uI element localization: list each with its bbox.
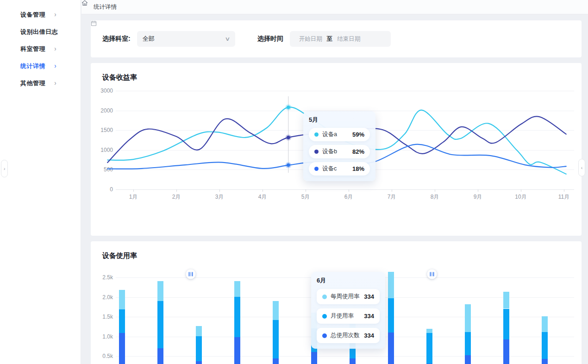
revenue-line-chart: 300020001500100050001月2月3月4月5月6月7月8月9月10… [91,63,582,236]
handle-grip-icon [192,272,193,276]
bar-segment-月使用率 [388,298,394,333]
panel-collapse-button[interactable]: ‹ [578,159,585,176]
bar-segment-月使用率 [157,301,163,348]
bar-segment-总使用次数 [234,337,240,364]
bar-segment-总使用次数 [119,333,125,364]
tooltip-row: 每周使用率334 [317,289,380,304]
dept-select[interactable]: 全部 ∨ [137,31,235,47]
chevron-right-icon: › [54,11,56,19]
handle-grip-icon [189,272,190,276]
chevron-left-icon: ‹ [581,165,583,170]
bar-segment-月使用率 [196,336,202,361]
tooltip-row: 总使用次数334 [317,328,380,343]
bar-segment-总使用次数 [311,352,317,364]
bar-segment-每周使用率 [503,292,509,309]
tooltip-row-value: 18% [352,165,364,172]
tooltip-row-label: 设备a [322,131,352,138]
date-range-separator: 至 [327,35,333,43]
bar-segment-总使用次数 [503,339,509,364]
tooltip-row-value: 59% [352,131,364,138]
main-content: 统计详情 选择科室: 全部 ∨ 选择时间 开始日期 至 结束日期 设备收益率 3… [81,0,588,364]
sidebar-item-label: 设备管理 [20,11,45,19]
handle-grip-icon [432,272,432,276]
date-range-picker[interactable]: 开始日期 至 结束日期 [290,31,391,47]
bar-segment-月使用率 [426,333,432,364]
tooltip-row: 设备c18% [309,162,370,176]
bar-segment-月使用率 [234,297,240,337]
usage-bar-chart: 2.5k2.0k1.5k1.0k0.5k6月每周使用率334月使用率334总使用… [91,241,582,364]
bar-segment-总使用次数 [542,359,548,364]
series-dot-icon [322,295,327,299]
tooltip-row-value: 334 [364,313,374,320]
sidebar-item-label: 统计详情 [20,62,45,70]
tooltip-row: 设备b82% [309,145,370,158]
time-filter-label: 选择时间 [257,35,283,43]
tooltip-row-label: 月使用率 [331,312,364,320]
handle-grip-icon [430,272,431,276]
y-axis-label: 1.5k [94,314,113,320]
breadcrumb-title: 统计详情 [94,3,117,11]
bar-segment-总使用次数 [465,355,471,364]
bar-segment-每周使用率 [157,281,163,301]
bar-segment-总使用次数 [196,361,202,364]
series-dot-icon [322,314,327,319]
bar-segment-每周使用率 [196,326,202,336]
bar-segment-总使用次数 [273,358,279,364]
bar-segment-月使用率 [542,332,548,359]
sidebar-item-5[interactable]: 其他管理› [0,75,81,92]
tooltip-title: 6月 [317,276,380,285]
bar-segment-月使用率 [119,309,125,333]
bar-segment-月使用率 [503,309,509,339]
revenue-tooltip: 5月设备a59%设备b82%设备c18% [303,111,375,181]
tooltip-row-label: 设备b [322,148,352,156]
calendar-icon [91,20,97,26]
chevron-right-icon: › [54,45,56,53]
bar-segment-每周使用率 [234,281,240,297]
y-axis-label: 1.0k [94,333,113,340]
sidebar-item-label: 其他管理 [20,79,45,88]
tooltip-row-value: 334 [364,332,374,339]
revenue-rate-chart-card: 设备收益率 300020001500100050001月2月3月4月5月6月7月… [91,63,582,236]
bar-segment-每周使用率 [426,329,432,333]
sidebar-item-3[interactable]: 科室管理› [0,40,81,57]
tooltip-row-value: 334 [364,293,374,300]
bar-segment-每周使用率 [388,272,394,298]
sidebar: 设备管理›设别出借日志›科室管理›统计详情›其他管理› [0,0,81,364]
series-dot-icon [314,167,319,171]
bar-segment-总使用次数 [157,348,163,364]
chevron-down-icon: ∨ [225,36,230,42]
bar-segment-每周使用率 [542,316,548,332]
bar-segment-每周使用率 [119,290,125,310]
tooltip-title: 5月 [309,116,370,124]
start-date-input[interactable]: 开始日期 [299,35,322,43]
chevron-right-icon: › [54,28,56,36]
bar-segment-月使用率 [273,320,279,358]
end-date-input[interactable]: 结束日期 [337,35,360,43]
sidebar-item-1[interactable]: 设备管理› [0,6,81,23]
datazoom-handle-right[interactable] [427,270,437,279]
tooltip-row-label: 设备c [322,165,352,173]
sidebar-item-4[interactable]: 统计详情› [0,57,81,75]
series-dot-icon [322,333,327,338]
tooltip-row: 设备a59% [309,128,370,141]
breadcrumb[interactable]: 统计详情 [81,0,588,14]
tooltip-row-value: 82% [352,148,364,155]
dept-select-value: 全部 [143,35,225,43]
usage-tooltip: 6月每周使用率334月使用率334总使用次数334 [311,272,385,349]
tooltip-row-label: 总使用次数 [331,332,364,339]
home-icon [81,0,88,6]
handle-grip-icon [433,272,434,276]
bar-segment-总使用次数 [350,358,356,364]
sidebar-item-2[interactable]: 设别出借日志› [0,23,81,40]
bar-segment-总使用次数 [388,333,394,364]
usage-rate-chart-card: 设备使用率 2.5k2.0k1.5k1.0k0.5k6月每周使用率334月使用率… [91,241,582,364]
bar-segment-每周使用率 [465,304,471,332]
y-axis-label: 2.0k [94,294,113,301]
sidebar-item-label: 科室管理 [20,45,45,53]
filter-card: 选择科室: 全部 ∨ 选择时间 开始日期 至 结束日期 [91,20,582,57]
y-axis-label: 0.5k [94,353,113,359]
datazoom-handle-left[interactable] [186,270,196,279]
tooltip-row: 月使用率334 [317,308,380,324]
bar-segment-月使用率 [465,332,471,355]
sidebar-expand-button[interactable]: › [1,160,8,177]
